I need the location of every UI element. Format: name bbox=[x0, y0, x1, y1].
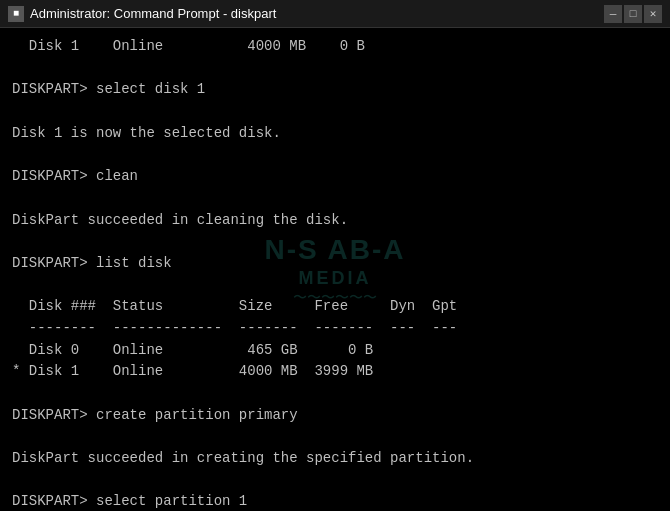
line-disk1-info: Disk 1 Online 4000 MB 0 B bbox=[12, 36, 658, 58]
line-table-head: Disk ### Status Size Free Dyn Gpt bbox=[12, 296, 658, 318]
line-msg-create: DiskPart succeeded in creating the speci… bbox=[12, 448, 658, 470]
line-cmd-clean: DISKPART> clean bbox=[12, 166, 658, 188]
line-empty2 bbox=[12, 101, 658, 123]
title-bar-icon: ■ bbox=[8, 6, 24, 22]
line-msg-clean: DiskPart succeeded in cleaning the disk. bbox=[12, 210, 658, 232]
maximize-button[interactable]: □ bbox=[624, 5, 642, 23]
line-cmd-selpart: DISKPART> select partition 1 bbox=[12, 491, 658, 511]
line-empty6 bbox=[12, 275, 658, 297]
line-table-sep: -------- ------------- ------- ------- -… bbox=[12, 318, 658, 340]
line-empty3 bbox=[12, 144, 658, 166]
title-bar-controls[interactable]: — □ ✕ bbox=[604, 5, 662, 23]
line-empty7 bbox=[12, 383, 658, 405]
line-cmd-select: DISKPART> select disk 1 bbox=[12, 79, 658, 101]
line-table-disk0: Disk 0 Online 465 GB 0 B bbox=[12, 340, 658, 362]
title-bar-text: Administrator: Command Prompt - diskpart bbox=[30, 6, 598, 21]
close-button[interactable]: ✕ bbox=[644, 5, 662, 23]
line-table-disk1: * Disk 1 Online 4000 MB 3999 MB bbox=[12, 361, 658, 383]
minimize-button[interactable]: — bbox=[604, 5, 622, 23]
line-empty9 bbox=[12, 470, 658, 492]
terminal: N-S AB-A MEDIA 〜〜〜〜〜〜 Disk 1 Online 4000… bbox=[0, 28, 670, 511]
line-cmd-list: DISKPART> list disk bbox=[12, 253, 658, 275]
line-empty1 bbox=[12, 58, 658, 80]
title-bar: ■ Administrator: Command Prompt - diskpa… bbox=[0, 0, 670, 28]
line-empty8 bbox=[12, 426, 658, 448]
line-cmd-create: DISKPART> create partition primary bbox=[12, 405, 658, 427]
line-empty4 bbox=[12, 188, 658, 210]
line-msg-selected: Disk 1 is now the selected disk. bbox=[12, 123, 658, 145]
line-empty5 bbox=[12, 231, 658, 253]
